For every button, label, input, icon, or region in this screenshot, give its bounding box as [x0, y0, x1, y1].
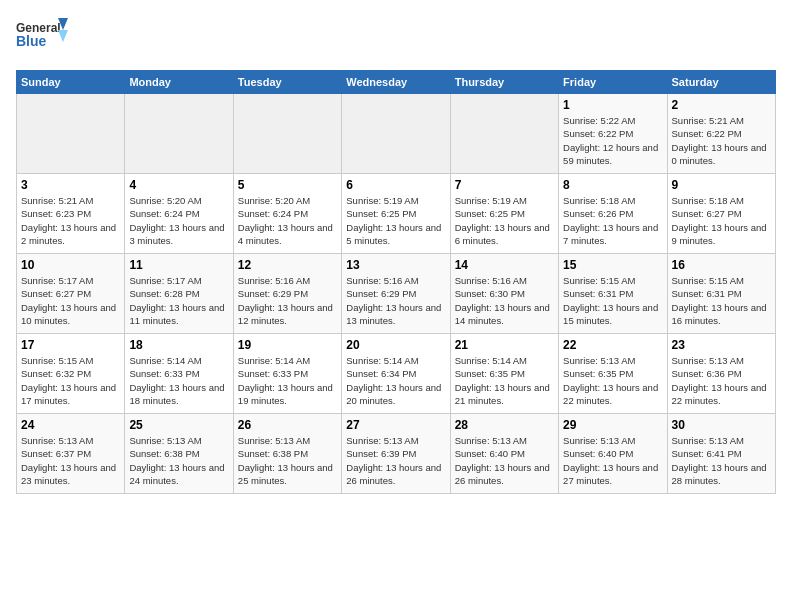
calendar-cell — [125, 94, 233, 174]
day-info: Sunrise: 5:13 AMSunset: 6:39 PMDaylight:… — [346, 434, 445, 487]
day-number: 26 — [238, 418, 337, 432]
calendar-cell — [17, 94, 125, 174]
logo-svg: General Blue — [16, 16, 68, 58]
day-info: Sunrise: 5:18 AMSunset: 6:26 PMDaylight:… — [563, 194, 662, 247]
weekday-header-monday: Monday — [125, 71, 233, 94]
day-info: Sunrise: 5:20 AMSunset: 6:24 PMDaylight:… — [238, 194, 337, 247]
day-info: Sunrise: 5:13 AMSunset: 6:40 PMDaylight:… — [563, 434, 662, 487]
day-number: 28 — [455, 418, 554, 432]
day-number: 16 — [672, 258, 771, 272]
svg-marker-3 — [58, 30, 68, 42]
day-info: Sunrise: 5:14 AMSunset: 6:33 PMDaylight:… — [129, 354, 228, 407]
calendar-cell: 15Sunrise: 5:15 AMSunset: 6:31 PMDayligh… — [559, 254, 667, 334]
weekday-header-friday: Friday — [559, 71, 667, 94]
day-info: Sunrise: 5:18 AMSunset: 6:27 PMDaylight:… — [672, 194, 771, 247]
day-info: Sunrise: 5:14 AMSunset: 6:33 PMDaylight:… — [238, 354, 337, 407]
calendar-cell: 21Sunrise: 5:14 AMSunset: 6:35 PMDayligh… — [450, 334, 558, 414]
calendar-cell: 27Sunrise: 5:13 AMSunset: 6:39 PMDayligh… — [342, 414, 450, 494]
calendar-table: SundayMondayTuesdayWednesdayThursdayFrid… — [16, 70, 776, 494]
day-info: Sunrise: 5:19 AMSunset: 6:25 PMDaylight:… — [346, 194, 445, 247]
day-number: 11 — [129, 258, 228, 272]
calendar-cell: 25Sunrise: 5:13 AMSunset: 6:38 PMDayligh… — [125, 414, 233, 494]
day-number: 25 — [129, 418, 228, 432]
calendar-cell: 26Sunrise: 5:13 AMSunset: 6:38 PMDayligh… — [233, 414, 341, 494]
day-number: 3 — [21, 178, 120, 192]
calendar-cell: 8Sunrise: 5:18 AMSunset: 6:26 PMDaylight… — [559, 174, 667, 254]
calendar-cell: 23Sunrise: 5:13 AMSunset: 6:36 PMDayligh… — [667, 334, 775, 414]
day-number: 27 — [346, 418, 445, 432]
day-number: 1 — [563, 98, 662, 112]
calendar-cell: 16Sunrise: 5:15 AMSunset: 6:31 PMDayligh… — [667, 254, 775, 334]
svg-text:Blue: Blue — [16, 33, 47, 49]
calendar-cell: 2Sunrise: 5:21 AMSunset: 6:22 PMDaylight… — [667, 94, 775, 174]
week-row-1: 1Sunrise: 5:22 AMSunset: 6:22 PMDaylight… — [17, 94, 776, 174]
day-info: Sunrise: 5:14 AMSunset: 6:35 PMDaylight:… — [455, 354, 554, 407]
day-number: 7 — [455, 178, 554, 192]
day-number: 18 — [129, 338, 228, 352]
day-info: Sunrise: 5:22 AMSunset: 6:22 PMDaylight:… — [563, 114, 662, 167]
day-number: 22 — [563, 338, 662, 352]
weekday-header-sunday: Sunday — [17, 71, 125, 94]
day-number: 20 — [346, 338, 445, 352]
day-info: Sunrise: 5:16 AMSunset: 6:29 PMDaylight:… — [346, 274, 445, 327]
week-row-2: 3Sunrise: 5:21 AMSunset: 6:23 PMDaylight… — [17, 174, 776, 254]
day-number: 17 — [21, 338, 120, 352]
day-number: 15 — [563, 258, 662, 272]
weekday-header-row: SundayMondayTuesdayWednesdayThursdayFrid… — [17, 71, 776, 94]
day-info: Sunrise: 5:17 AMSunset: 6:28 PMDaylight:… — [129, 274, 228, 327]
calendar-cell: 13Sunrise: 5:16 AMSunset: 6:29 PMDayligh… — [342, 254, 450, 334]
week-row-3: 10Sunrise: 5:17 AMSunset: 6:27 PMDayligh… — [17, 254, 776, 334]
day-number: 24 — [21, 418, 120, 432]
calendar-cell: 7Sunrise: 5:19 AMSunset: 6:25 PMDaylight… — [450, 174, 558, 254]
day-info: Sunrise: 5:13 AMSunset: 6:41 PMDaylight:… — [672, 434, 771, 487]
logo: General Blue — [16, 16, 68, 58]
day-info: Sunrise: 5:15 AMSunset: 6:31 PMDaylight:… — [672, 274, 771, 327]
day-info: Sunrise: 5:13 AMSunset: 6:40 PMDaylight:… — [455, 434, 554, 487]
calendar-cell: 22Sunrise: 5:13 AMSunset: 6:35 PMDayligh… — [559, 334, 667, 414]
calendar-cell: 18Sunrise: 5:14 AMSunset: 6:33 PMDayligh… — [125, 334, 233, 414]
calendar-cell: 30Sunrise: 5:13 AMSunset: 6:41 PMDayligh… — [667, 414, 775, 494]
week-row-4: 17Sunrise: 5:15 AMSunset: 6:32 PMDayligh… — [17, 334, 776, 414]
calendar-cell: 24Sunrise: 5:13 AMSunset: 6:37 PMDayligh… — [17, 414, 125, 494]
day-number: 8 — [563, 178, 662, 192]
day-number: 5 — [238, 178, 337, 192]
day-number: 13 — [346, 258, 445, 272]
calendar-cell: 29Sunrise: 5:13 AMSunset: 6:40 PMDayligh… — [559, 414, 667, 494]
calendar-cell — [450, 94, 558, 174]
day-info: Sunrise: 5:15 AMSunset: 6:31 PMDaylight:… — [563, 274, 662, 327]
day-info: Sunrise: 5:17 AMSunset: 6:27 PMDaylight:… — [21, 274, 120, 327]
day-info: Sunrise: 5:13 AMSunset: 6:36 PMDaylight:… — [672, 354, 771, 407]
day-number: 29 — [563, 418, 662, 432]
day-info: Sunrise: 5:16 AMSunset: 6:29 PMDaylight:… — [238, 274, 337, 327]
calendar-cell: 3Sunrise: 5:21 AMSunset: 6:23 PMDaylight… — [17, 174, 125, 254]
day-info: Sunrise: 5:14 AMSunset: 6:34 PMDaylight:… — [346, 354, 445, 407]
calendar-cell: 10Sunrise: 5:17 AMSunset: 6:27 PMDayligh… — [17, 254, 125, 334]
day-info: Sunrise: 5:13 AMSunset: 6:38 PMDaylight:… — [129, 434, 228, 487]
day-info: Sunrise: 5:19 AMSunset: 6:25 PMDaylight:… — [455, 194, 554, 247]
calendar-cell: 17Sunrise: 5:15 AMSunset: 6:32 PMDayligh… — [17, 334, 125, 414]
day-info: Sunrise: 5:21 AMSunset: 6:23 PMDaylight:… — [21, 194, 120, 247]
calendar-cell: 12Sunrise: 5:16 AMSunset: 6:29 PMDayligh… — [233, 254, 341, 334]
day-number: 21 — [455, 338, 554, 352]
day-number: 9 — [672, 178, 771, 192]
weekday-header-wednesday: Wednesday — [342, 71, 450, 94]
day-info: Sunrise: 5:13 AMSunset: 6:37 PMDaylight:… — [21, 434, 120, 487]
day-info: Sunrise: 5:21 AMSunset: 6:22 PMDaylight:… — [672, 114, 771, 167]
calendar-cell: 11Sunrise: 5:17 AMSunset: 6:28 PMDayligh… — [125, 254, 233, 334]
calendar-cell: 5Sunrise: 5:20 AMSunset: 6:24 PMDaylight… — [233, 174, 341, 254]
day-info: Sunrise: 5:13 AMSunset: 6:35 PMDaylight:… — [563, 354, 662, 407]
weekday-header-tuesday: Tuesday — [233, 71, 341, 94]
calendar-cell: 4Sunrise: 5:20 AMSunset: 6:24 PMDaylight… — [125, 174, 233, 254]
day-info: Sunrise: 5:20 AMSunset: 6:24 PMDaylight:… — [129, 194, 228, 247]
weekday-header-thursday: Thursday — [450, 71, 558, 94]
calendar-cell — [342, 94, 450, 174]
day-info: Sunrise: 5:13 AMSunset: 6:38 PMDaylight:… — [238, 434, 337, 487]
calendar-cell — [233, 94, 341, 174]
day-number: 30 — [672, 418, 771, 432]
calendar-cell: 1Sunrise: 5:22 AMSunset: 6:22 PMDaylight… — [559, 94, 667, 174]
day-number: 23 — [672, 338, 771, 352]
day-number: 19 — [238, 338, 337, 352]
day-number: 10 — [21, 258, 120, 272]
weekday-header-saturday: Saturday — [667, 71, 775, 94]
calendar-cell: 20Sunrise: 5:14 AMSunset: 6:34 PMDayligh… — [342, 334, 450, 414]
